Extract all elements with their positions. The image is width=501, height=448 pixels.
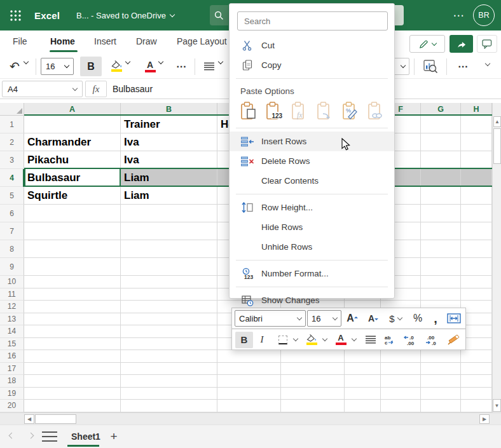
borders-dropdown[interactable] <box>291 339 300 341</box>
cell-E19[interactable] <box>345 388 381 400</box>
paste-formulas-icon[interactable]: fx <box>291 101 308 120</box>
cell-B16[interactable] <box>121 350 217 363</box>
cell-A16[interactable] <box>24 350 121 363</box>
format-painter-button[interactable] <box>443 334 464 345</box>
insert-function-button[interactable]: fx <box>85 81 107 97</box>
row-header-19[interactable]: 19 <box>0 388 24 400</box>
menu-item-copy[interactable]: Copy <box>230 55 394 75</box>
increase-decimal-button[interactable]: .0.00 <box>399 335 421 345</box>
cell-G6[interactable] <box>421 205 461 222</box>
prev-sheet-button[interactable] <box>5 430 18 443</box>
undo-dropdown[interactable] <box>24 62 28 64</box>
borders-button[interactable] <box>275 336 291 344</box>
row-header-15[interactable]: 15 <box>0 338 24 351</box>
cell-B5[interactable]: Liam <box>121 187 217 205</box>
row-header-4[interactable]: 4 <box>0 169 24 187</box>
menu-item-number-format[interactable]: 123 Number Format... <box>230 264 394 283</box>
row-header-14[interactable]: 14 <box>0 325 24 338</box>
cell-G19[interactable] <box>421 388 461 400</box>
shrink-font-button[interactable]: A <box>363 313 383 323</box>
row-header-17[interactable]: 17 <box>0 363 24 376</box>
cell-H6[interactable] <box>461 205 492 222</box>
add-sheet-button[interactable]: + <box>106 428 122 445</box>
menu-item-clear-contents[interactable]: Clear Contents <box>230 171 394 191</box>
avatar[interactable]: BR <box>473 4 495 26</box>
cell-G9[interactable] <box>421 258 461 276</box>
mini-font-color-dropdown[interactable] <box>350 339 359 341</box>
cell-A4[interactable]: Bulbasaur <box>24 169 121 187</box>
cell-C19[interactable] <box>217 388 281 400</box>
cell-D18[interactable] <box>281 375 345 388</box>
cell-A8[interactable] <box>24 240 121 258</box>
cell-F20[interactable] <box>381 400 421 412</box>
select-all-button[interactable] <box>0 103 24 116</box>
collapse-ribbon-button[interactable] <box>486 64 490 65</box>
cell-C17[interactable] <box>217 363 281 376</box>
header-more-button[interactable]: ⋯ <box>445 0 472 31</box>
paste-formatting-icon[interactable]: % <box>341 101 359 120</box>
mini-fill-color-button[interactable] <box>303 334 320 345</box>
cell-D16[interactable] <box>281 350 345 363</box>
vertical-scrollbar[interactable]: ▲ ▼ <box>492 103 501 412</box>
comma-style-button[interactable]: , <box>428 311 443 326</box>
cell-H8[interactable] <box>461 240 492 258</box>
cell-E20[interactable] <box>345 400 381 412</box>
all-sheets-menu-button[interactable] <box>42 431 57 442</box>
cell-H9[interactable] <box>461 258 492 276</box>
cell-A1[interactable] <box>24 116 121 133</box>
cell-G18[interactable] <box>421 375 461 388</box>
cell-G1[interactable] <box>421 116 461 133</box>
menu-item-hide-rows[interactable]: Hide Rows <box>230 217 394 237</box>
menu-search-input[interactable] <box>237 11 388 31</box>
editing-mode-button[interactable] <box>409 35 445 53</box>
menu-item-insert-rows[interactable]: Insert Rows <box>230 132 394 151</box>
mini-italic-button[interactable]: I <box>253 334 271 345</box>
cell-B8[interactable] <box>121 240 217 258</box>
cell-A3[interactable]: Pikachu <box>24 151 121 169</box>
column-header-A[interactable]: A <box>24 103 121 116</box>
cell-G8[interactable] <box>421 240 461 258</box>
cell-E16[interactable] <box>345 350 381 363</box>
paste-link-icon[interactable] <box>367 101 385 120</box>
row-header-13[interactable]: 13 <box>0 313 24 326</box>
column-header-B[interactable]: B <box>121 103 217 116</box>
cell-B3[interactable]: Iva <box>121 151 217 169</box>
app-launcher-icon[interactable] <box>5 5 25 25</box>
cell-B15[interactable] <box>121 338 217 351</box>
scroll-right-button[interactable]: ▶ <box>479 414 490 424</box>
tab-draw[interactable]: Draw <box>136 31 157 52</box>
share-button[interactable] <box>450 35 473 53</box>
cell-B11[interactable] <box>121 288 217 301</box>
row-header-3[interactable]: 3 <box>0 151 24 169</box>
row-header-10[interactable]: 10 <box>0 276 24 288</box>
cell-C16[interactable] <box>217 350 281 363</box>
cell-H17[interactable] <box>461 363 492 376</box>
cell-G16[interactable] <box>421 350 461 363</box>
cell-G3[interactable] <box>421 151 461 169</box>
cell-A2[interactable]: Charmander <box>24 133 121 151</box>
vertical-scroll-thumb[interactable] <box>493 128 501 164</box>
cell-G11[interactable] <box>421 288 461 301</box>
cell-A13[interactable] <box>24 313 121 326</box>
scroll-left-button[interactable]: ◀ <box>24 414 34 424</box>
mini-fill-color-dropdown[interactable] <box>320 339 329 341</box>
menu-item-show-changes[interactable]: Show Changes <box>230 290 394 310</box>
font-size-select[interactable]: 16 <box>41 58 74 75</box>
cell-H18[interactable] <box>461 375 492 388</box>
cell-H10[interactable] <box>461 276 492 288</box>
row-header-20[interactable]: 20 <box>0 400 24 412</box>
cell-H1[interactable] <box>461 116 492 133</box>
paste-icon[interactable] <box>240 101 257 120</box>
cell-G10[interactable] <box>421 276 461 288</box>
cell-B9[interactable] <box>121 258 217 276</box>
document-title[interactable]: B... - Saved to OneDrive <box>76 0 174 31</box>
tab-file[interactable]: File <box>13 31 27 52</box>
cell-G4[interactable] <box>421 169 461 187</box>
cell-H20[interactable] <box>461 400 492 412</box>
tab-page-layout[interactable]: Page Layout <box>177 31 227 52</box>
undo-button[interactable]: ↶ <box>5 57 24 75</box>
paste-transpose-icon[interactable] <box>316 101 334 120</box>
cell-B20[interactable] <box>121 400 217 412</box>
name-box[interactable]: A4 <box>2 81 83 97</box>
cell-B18[interactable] <box>121 375 217 388</box>
